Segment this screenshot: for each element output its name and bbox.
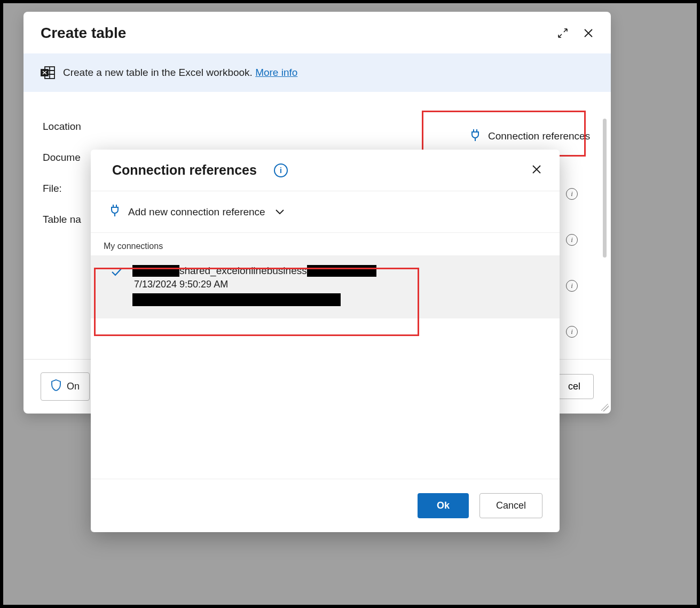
- more-info-link[interactable]: More info: [255, 67, 297, 78]
- dialog-title: Create table: [41, 25, 126, 42]
- info-icon[interactable]: i: [566, 326, 578, 338]
- connection-references-popup: Connection references i Add new connecti…: [91, 150, 560, 532]
- connection-references-button[interactable]: Connection references: [459, 122, 601, 151]
- plug-icon: [110, 204, 120, 220]
- connection-name-text: shared_excelonlinebusiness: [179, 265, 307, 277]
- shield-icon: [51, 379, 61, 394]
- connection-name: shared_excelonlinebusiness: [132, 265, 376, 277]
- on-label: On: [67, 381, 80, 392]
- on-toggle[interactable]: On: [41, 372, 90, 401]
- cancel-fragment[interactable]: cel: [555, 374, 594, 399]
- add-connection-label: Add new connection reference: [128, 206, 265, 218]
- ok-button[interactable]: Ok: [418, 493, 469, 518]
- info-icon[interactable]: i: [566, 280, 578, 292]
- checkmark-icon: [111, 267, 123, 309]
- popup-footer: Ok Cancel: [91, 479, 560, 532]
- location-label: Location: [43, 121, 139, 132]
- close-icon[interactable]: [583, 28, 594, 38]
- plug-icon: [470, 128, 481, 144]
- redacted-text: [307, 265, 376, 277]
- cancel-button[interactable]: Cancel: [479, 493, 542, 518]
- popup-title: Connection references: [112, 162, 257, 178]
- chevron-down-icon: [275, 206, 285, 218]
- conn-ref-label: Connection references: [488, 130, 590, 142]
- connection-item[interactable]: shared_excelonlinebusiness 7/13/2024 9:5…: [91, 255, 560, 318]
- info-bar: Create a new table in the Excel workbook…: [23, 53, 611, 92]
- expand-icon[interactable]: [557, 28, 568, 38]
- redacted-text: [132, 293, 341, 306]
- info-icon[interactable]: i: [274, 163, 288, 177]
- close-icon[interactable]: [532, 165, 541, 176]
- add-connection-reference-button[interactable]: Add new connection reference: [91, 191, 560, 233]
- scrollbar-thumb[interactable]: [603, 119, 607, 258]
- excel-icon: [41, 65, 56, 80]
- connection-timestamp: 7/13/2024 9:50:29 AM: [132, 279, 376, 290]
- info-text: Create a new table in the Excel workbook…: [63, 67, 297, 79]
- redacted-text: [132, 265, 179, 277]
- info-icon[interactable]: i: [566, 234, 578, 246]
- resize-grip-icon[interactable]: [601, 404, 609, 411]
- my-connections-label: My connections: [91, 233, 560, 255]
- info-icon[interactable]: i: [566, 188, 578, 200]
